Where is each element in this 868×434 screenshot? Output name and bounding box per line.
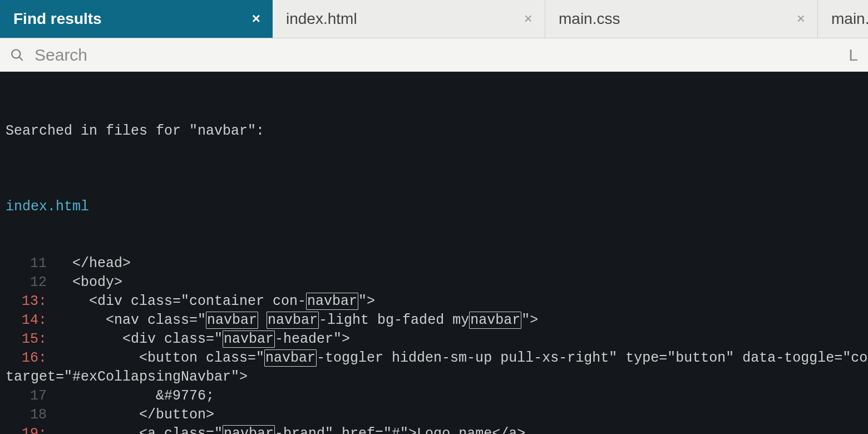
code-text: <body> [56,273,122,292]
result-line[interactable]: 15: <div class="navbar-header"> [6,330,868,349]
match-highlight: navbar [306,293,358,310]
tab-bar: Find results × index.html × main.css × m… [0,0,868,38]
result-line-wrap[interactable]: target="#exCollapsingNavbar"> [6,368,868,387]
result-line[interactable]: 17 &#9776; [6,387,868,406]
match-highlight: navbar [264,349,317,367]
line-number: 14: [6,311,56,330]
tab-main-truncated[interactable]: main. [818,0,868,38]
search-bar: L [0,38,868,72]
match-highlight: navbar [223,425,275,434]
match-highlight: navbar [267,312,319,329]
close-icon[interactable]: × [252,11,260,26]
results-filename[interactable]: index.html [6,198,868,216]
tab-main-css[interactable]: main.css × [545,0,818,38]
tab-find-results[interactable]: Find results × [0,0,273,38]
result-line[interactable]: 19: <a class="navbar-brand" href="#">Log… [6,425,868,434]
match-highlight: navbar [469,312,521,329]
result-line[interactable]: 12 <body> [6,273,868,292]
tab-index-html[interactable]: index.html × [273,0,545,38]
code-text: target="#exCollapsingNavbar"> [6,368,248,387]
close-icon[interactable]: × [524,11,532,26]
result-line[interactable]: 11 </head> [6,254,868,273]
match-highlight: navbar [206,312,258,329]
tab-label: main.css [559,10,620,28]
code-text: <nav class="navbar navbar-light bg-faded… [56,311,538,330]
code-text: <div class="container con-navbar"> [56,292,375,311]
line-number: 12 [6,273,56,292]
result-line[interactable]: 18 </button> [6,406,868,425]
line-number: 18 [6,406,56,425]
search-input[interactable] [34,38,840,71]
result-line[interactable]: 13: <div class="container con-navbar"> [6,292,868,311]
results-summary: Searched in files for "navbar": [6,122,868,160]
results-lines: 11 </head>12 <body>13: <div class="conta… [6,254,868,434]
result-line[interactable]: 14: <nav class="navbar navbar-light bg-f… [6,311,868,330]
match-highlight: navbar [223,331,275,348]
results-panel[interactable]: Searched in files for "navbar": index.ht… [0,72,868,434]
line-number: 19: [6,425,56,434]
code-text: &#9776; [56,387,214,406]
code-text: </button> [56,406,214,425]
search-trailing-hint: L [840,46,858,65]
code-text: <a class="navbar-brand" href="#">Logo na… [56,425,525,434]
line-number: 16: [6,349,56,368]
line-number: 11 [6,254,56,273]
code-text: <div class="navbar-header"> [56,330,350,349]
code-text: </head> [56,254,131,273]
search-icon [10,48,24,62]
result-line[interactable]: 16: <button class="navbar-toggler hidden… [6,349,868,368]
line-number: 17 [6,387,56,406]
svg-point-0 [12,50,20,58]
tab-label: Find results [13,10,102,28]
svg-line-1 [19,57,23,61]
close-icon[interactable]: × [797,11,805,26]
line-number: 13: [6,292,56,311]
line-number: 15: [6,330,56,349]
code-text: <button class="navbar-toggler hidden-sm-… [56,349,868,368]
tab-label: index.html [286,10,357,28]
tab-label: main. [831,10,868,28]
